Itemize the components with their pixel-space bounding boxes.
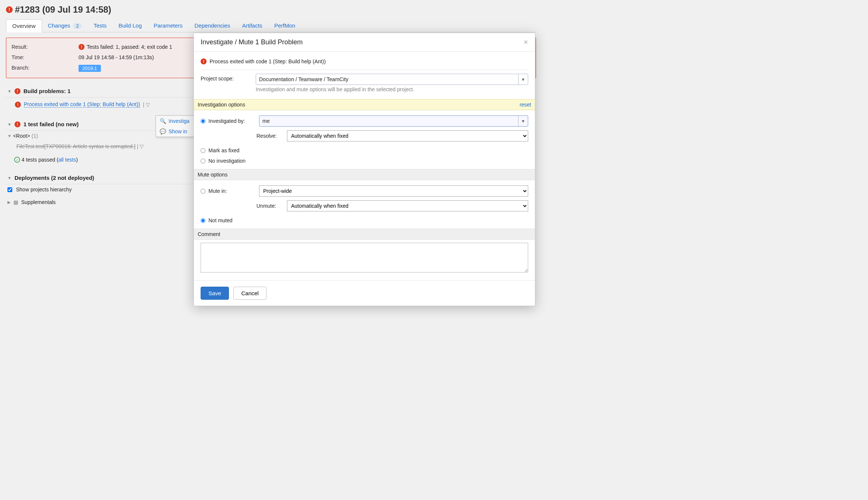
mute-options-header: Mute options xyxy=(198,172,227,178)
build-problems-title: Build problems: 1 xyxy=(23,88,71,94)
tab-tests[interactable]: Tests xyxy=(87,19,112,32)
search-icon: 🔍 xyxy=(160,118,166,124)
tab-parameters[interactable]: Parameters xyxy=(148,19,189,32)
supplementals-label[interactable]: Supplementals xyxy=(21,199,56,205)
project-scope-value: Documentation / Teamware / TeamCity xyxy=(259,76,348,82)
tree-root-count: (1) xyxy=(32,133,38,139)
mute-in-label: Mute in: xyxy=(208,188,256,194)
radio-investigated-by[interactable] xyxy=(201,119,205,124)
unmute-label: Unmute: xyxy=(256,203,283,209)
success-icon: ✓ xyxy=(14,157,20,163)
reset-link[interactable]: reset xyxy=(520,102,531,108)
show-hierarchy-checkbox[interactable] xyxy=(7,187,12,192)
result-label: Result: xyxy=(12,44,79,50)
tree-root-label: <Root> xyxy=(13,133,30,139)
mute-in-select[interactable]: Project-wide xyxy=(259,185,528,197)
chat-icon: 💬 xyxy=(160,128,166,134)
problem-menu-trigger[interactable]: | ▽ xyxy=(143,102,150,108)
branch-label: Branch: xyxy=(12,65,79,72)
investigate-mute-dialog: Investigate / Mute 1 Build Problem ✕ ! P… xyxy=(194,33,535,212)
project-scope-label: Project scope: xyxy=(201,74,253,82)
error-icon: ! xyxy=(6,6,13,13)
menu-investigate-label: Investiga xyxy=(169,118,189,124)
build-problem-link[interactable]: Process exited with code 1 (Step: Build … xyxy=(24,101,140,108)
chevron-down-icon: ▼ xyxy=(7,89,12,93)
time-label: Time: xyxy=(12,54,79,60)
error-icon: ! xyxy=(79,44,84,50)
error-icon: ! xyxy=(15,121,20,127)
error-icon: ! xyxy=(15,102,21,108)
page-title: ! #1283 (09 Jul 19 14:58) xyxy=(6,4,536,15)
time-value: 09 Jul 19 14:58 - 14:59 (1m:13s) xyxy=(79,54,154,60)
show-hierarchy-label: Show projects hierarchy xyxy=(16,187,71,192)
chevron-down-icon[interactable]: ▼ xyxy=(7,134,12,138)
tab-artifacts[interactable]: Artifacts xyxy=(236,19,268,32)
chevron-down-icon: ▾ xyxy=(518,74,528,85)
tab-changes-label: Changes xyxy=(48,22,70,29)
chevron-down-icon: ▾ xyxy=(518,116,528,126)
project-scope-hint: Investigation and mute options will be a… xyxy=(256,86,528,92)
investigated-by-dropdown[interactable]: me ▾ xyxy=(259,115,528,127)
tab-changes[interactable]: Changes 2 xyxy=(42,19,88,32)
failed-test-name[interactable]: FileTest.test[TXP00016: Article syntax i… xyxy=(16,143,135,149)
resolve-label: Resolve: xyxy=(256,133,283,139)
error-icon: ! xyxy=(15,88,20,94)
radio-no-investigation[interactable] xyxy=(201,159,205,163)
test-menu-trigger[interactable]: | ▽ xyxy=(137,143,144,149)
menu-showin-label: Show in xyxy=(169,128,187,134)
unmute-select[interactable]: Automatically when fixed xyxy=(287,200,528,211)
changes-count-badge: 2 xyxy=(73,23,82,29)
chevron-right-icon[interactable]: ▶ xyxy=(7,200,10,205)
tabs-bar: Overview Changes 2 Tests Build Log Param… xyxy=(6,19,536,32)
investigated-by-label: Investigated by: xyxy=(208,118,256,124)
tests-passed-text: 4 tests passed xyxy=(22,157,55,163)
no-investigation-label: No investigation xyxy=(208,158,246,164)
tab-overview[interactable]: Overview xyxy=(6,19,42,32)
branch-pill[interactable]: 2019.1 xyxy=(79,65,101,72)
chevron-down-icon: ▼ xyxy=(7,176,12,180)
resolve-select[interactable]: Automatically when fixed xyxy=(287,130,528,141)
result-value: Tests failed: 1, passed: 4; exit code 1 xyxy=(87,44,172,50)
investigation-options-header: Investigation options xyxy=(198,102,245,108)
chevron-down-icon: ▼ xyxy=(7,122,12,127)
tab-build-log[interactable]: Build Log xyxy=(112,19,148,32)
dialog-problem-text: Process exited with code 1 (Step: Build … xyxy=(210,58,326,64)
tab-perfmon[interactable]: PerfMon xyxy=(268,19,301,32)
tab-dependencies[interactable]: Dependencies xyxy=(189,19,236,32)
mark-as-fixed-label: Mark as fixed xyxy=(208,147,239,153)
error-icon: ! xyxy=(201,58,207,64)
grid-icon: ▦ xyxy=(13,199,18,205)
project-scope-dropdown[interactable]: Documentation / Teamware / TeamCity ▾ xyxy=(256,74,528,85)
dialog-title: Investigate / Mute 1 Build Problem xyxy=(201,38,303,46)
all-tests-link[interactable]: all tests xyxy=(58,157,76,163)
close-icon[interactable]: ✕ xyxy=(523,39,528,46)
investigated-by-value: me xyxy=(262,118,269,124)
radio-mute-in[interactable] xyxy=(201,189,205,194)
build-title: #1283 (09 Jul 19 14:58) xyxy=(15,4,111,15)
tests-failed-title: 1 test failed (no new) xyxy=(23,121,79,127)
deployments-title: Deployments (2 not deployed) xyxy=(15,175,94,181)
radio-mark-as-fixed[interactable] xyxy=(201,148,205,153)
